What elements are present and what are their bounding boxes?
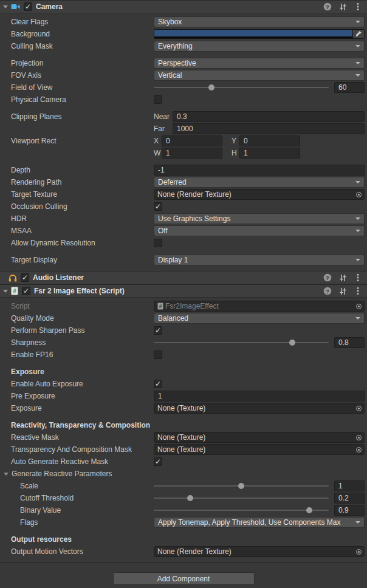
output-motion-vectors-object-field[interactable]: None (Render Texture)	[154, 546, 365, 557]
axis-label: Y	[232, 137, 239, 145]
flags-dropdown[interactable]: Apply Tonemap, Apply Threshold, Use Comp…	[154, 517, 365, 528]
property-label: Pre Exposure	[0, 392, 154, 400]
msaa-dropdown[interactable]: Off	[154, 225, 365, 236]
eyedropper-button[interactable]	[352, 30, 364, 38]
kebab-menu-button[interactable]	[354, 287, 362, 295]
camera-icon	[11, 3, 20, 10]
presets-button[interactable]	[338, 273, 347, 282]
allow-dynamic-resolution-checkbox[interactable]: ✓	[154, 239, 162, 247]
culling-mask-dropdown[interactable]: Everything	[154, 41, 365, 52]
fsr-2-image-effect-script-enabled-checkbox[interactable]: ✓	[22, 287, 30, 295]
clear-flags-dropdown[interactable]: Skybox	[154, 16, 365, 27]
enable-auto-exposure-checkbox[interactable]: ✓	[154, 380, 162, 388]
fsr-2-image-effect-script-component: #✓Fsr 2 Image Effect (Script)?Script#Fsr…	[0, 284, 367, 562]
audio-listener-header[interactable]: ✓Audio Listener?	[0, 271, 367, 284]
transparency-and-composition-mask-object-field[interactable]: None (Texture)	[154, 444, 365, 455]
presets-button[interactable]	[338, 2, 347, 11]
slider-track[interactable]	[154, 497, 329, 499]
help-button[interactable]: ?	[323, 2, 332, 11]
cutoff-threshold-slider[interactable]: 0.2	[154, 493, 365, 504]
field-of-view-slider[interactable]: 60	[154, 82, 365, 93]
section-header: Reactivity, Transparency & Composition	[0, 421, 150, 429]
object-picker-button[interactable]	[353, 403, 364, 413]
far-field[interactable]: 1000	[173, 123, 365, 134]
slider-handle[interactable]	[187, 495, 193, 501]
physical-camera-checkbox[interactable]: ✓	[154, 95, 162, 104]
projection-dropdown[interactable]: Perspective	[154, 58, 365, 69]
color-swatch[interactable]	[154, 30, 352, 38]
slider-track[interactable]	[154, 485, 329, 487]
x-field[interactable]: 0	[162, 135, 222, 146]
auto-generate-reactive-mask-checkbox[interactable]: ✓	[154, 457, 162, 466]
foldout-arrow-icon[interactable]	[3, 290, 8, 293]
rendering-path-dropdown[interactable]: Deferred	[154, 177, 365, 188]
enable-fp16-checkbox[interactable]: ✓	[154, 350, 162, 359]
property-row: Scale1	[0, 480, 367, 491]
property-label: Cutoff Threshold	[0, 494, 154, 502]
slider-handle[interactable]	[238, 483, 244, 489]
property-row: Exposure	[0, 366, 367, 377]
object-picker-button[interactable]	[353, 445, 364, 454]
fsr-2-image-effect-script-header[interactable]: #✓Fsr 2 Image Effect (Script)?	[0, 284, 367, 298]
property-label: Auto Generate Reactive Mask	[0, 457, 154, 466]
pre-exposure-field[interactable]: 1	[154, 391, 365, 402]
svg-text:?: ?	[326, 275, 329, 281]
property-label: Depth	[0, 166, 154, 174]
help-button[interactable]: ?	[323, 287, 332, 295]
h-field[interactable]: 1	[239, 148, 300, 159]
foldout-arrow-icon[interactable]	[3, 5, 8, 9]
cutoff-threshold-value-field[interactable]: 0.2	[334, 493, 365, 504]
camera-enabled-checkbox[interactable]: ✓	[24, 2, 32, 11]
fov-axis-dropdown[interactable]: Vertical	[154, 70, 365, 81]
w-field[interactable]: 1	[162, 148, 222, 159]
y-field[interactable]: 0	[239, 135, 300, 146]
slider-track[interactable]	[154, 342, 329, 343]
object-picker-button[interactable]	[353, 301, 364, 311]
clipping-planes-field[interactable]: 0.3	[173, 111, 365, 122]
dropdown-arrow-icon	[355, 45, 360, 47]
property-label: Projection	[0, 59, 154, 67]
binary-value-value-field[interactable]: 0.9	[334, 505, 365, 516]
audio-listener-enabled-checkbox[interactable]: ✓	[21, 273, 29, 282]
hdr-dropdown[interactable]: Use Graphics Settings	[154, 213, 365, 224]
background-color-field[interactable]	[154, 29, 365, 39]
field-of-view-value-field[interactable]: 60	[334, 82, 365, 93]
object-picker-button[interactable]	[353, 432, 364, 442]
property-row: Output resources	[0, 534, 367, 545]
foldout-arrow-icon[interactable]	[4, 473, 9, 476]
kebab-menu-button[interactable]	[354, 2, 362, 11]
perform-sharpen-pass-checkbox[interactable]: ✓	[154, 326, 162, 335]
scale-value-field[interactable]: 1	[334, 480, 365, 491]
exposure-object-field[interactable]: None (Texture)	[154, 403, 365, 414]
depth-field[interactable]: -1	[154, 165, 365, 176]
target-texture-object-field[interactable]: None (Render Texture)	[154, 189, 365, 200]
quality-mode-dropdown[interactable]: Balanced	[154, 313, 365, 324]
slider-handle[interactable]	[208, 84, 214, 91]
script-object-field[interactable]: #Fsr2ImageEffect	[154, 301, 365, 312]
scale-slider[interactable]: 1	[154, 480, 365, 491]
binary-value-slider[interactable]: 0.9	[154, 505, 365, 516]
slider-track[interactable]	[154, 510, 329, 511]
object-picker-button[interactable]	[353, 190, 364, 199]
help-button[interactable]: ?	[323, 273, 332, 282]
generate-reactive-parameters-foldout[interactable]: Generate Reactive Parameters	[0, 470, 112, 478]
add-component-button[interactable]: Add Component	[113, 572, 255, 585]
property-row: Culling MaskEverything	[0, 41, 367, 52]
component-title: Camera	[36, 2, 323, 11]
slider-handle[interactable]	[306, 507, 312, 513]
object-picker-icon	[355, 405, 362, 412]
reactive-mask-object-field[interactable]: None (Texture)	[154, 432, 365, 443]
slider-value: 0.8	[338, 338, 349, 347]
sharpness-value-field[interactable]: 0.8	[334, 337, 365, 348]
slider-track[interactable]	[154, 87, 329, 88]
camera-header[interactable]: ✓Camera?	[0, 0, 367, 13]
kebab-menu-button[interactable]	[354, 273, 362, 282]
dropdown-value: Everything	[158, 42, 353, 50]
object-picker-button[interactable]	[353, 547, 364, 556]
sharpness-slider[interactable]: 0.8	[154, 337, 365, 348]
property-row: Cutoff Threshold0.2	[0, 493, 367, 504]
occlusion-culling-checkbox[interactable]: ✓	[154, 202, 162, 211]
presets-button[interactable]	[338, 287, 347, 295]
target-display-dropdown[interactable]: Display 1	[154, 255, 365, 265]
slider-handle[interactable]	[289, 340, 295, 346]
